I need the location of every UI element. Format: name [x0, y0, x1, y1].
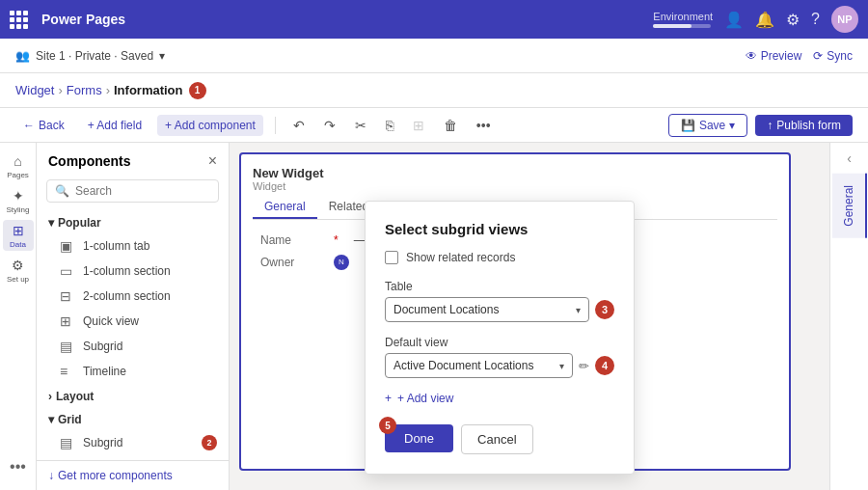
environment-info: Environment	[653, 11, 713, 28]
sync-button[interactable]: ⟳ Sync	[813, 49, 853, 63]
bell-icon[interactable]: 🔔	[755, 11, 774, 29]
default-view-badge: 4	[595, 356, 614, 375]
redo-button[interactable]: ↷	[318, 114, 341, 137]
canvas-area: New Widget Widget General Related ▾ Name…	[230, 143, 829, 490]
more-button[interactable]: •••	[471, 114, 497, 137]
tab-general[interactable]: General	[253, 196, 317, 219]
breadcrumb-sep2: ›	[106, 83, 110, 97]
table-select-row: Document Locations ▾ 3	[385, 297, 614, 322]
more-nav-button[interactable]: •••	[3, 451, 34, 482]
group-popular[interactable]: ▾ Popular	[41, 210, 225, 233]
app-title: Power Pages	[41, 12, 125, 27]
person-icon[interactable]: 👤	[724, 11, 744, 29]
panel-close-button[interactable]: ×	[208, 152, 217, 170]
default-view-label: Default view	[385, 336, 614, 349]
cut-button[interactable]: ✂	[349, 114, 372, 137]
env-label: Environment	[653, 11, 713, 22]
comp-item-1col-section[interactable]: ▭ 1-column section	[41, 259, 225, 284]
right-tab-general[interactable]: General	[832, 174, 867, 238]
save-icon: 💾	[681, 119, 695, 132]
get-more-components[interactable]: ↓ Get more components	[37, 460, 229, 490]
site-actions: 👁 Preview ⟳ Sync	[746, 49, 853, 63]
add-field-button[interactable]: + Add field	[80, 115, 149, 136]
main-layout: ⌂ Pages ✦ Styling ⊞ Data ⚙ Set up ••• Co…	[0, 143, 868, 490]
search-icon: 🔍	[55, 184, 69, 198]
edit-icon[interactable]: ✏	[579, 359, 589, 373]
site-label: Site 1 · Private · Saved	[36, 49, 153, 63]
subgrid-badge: 2	[202, 435, 217, 450]
env-progress-bar	[653, 24, 711, 28]
field-owner-label: Owner	[260, 256, 318, 269]
site-chevron-icon[interactable]: ▾	[159, 49, 165, 63]
default-view-select[interactable]: Active Document Locations ▾	[385, 353, 573, 378]
comp-item-quick-view[interactable]: ⊞ Quick view	[41, 309, 225, 334]
avatar[interactable]: NP	[831, 6, 858, 33]
comp-item-subgrid[interactable]: ▤ Subgrid	[41, 334, 225, 359]
right-sidebar-chevron[interactable]: ‹	[839, 143, 859, 174]
table-select[interactable]: Document Locations ▾	[385, 297, 589, 322]
cancel-button[interactable]: Cancel	[461, 424, 532, 454]
sync-label: Sync	[827, 49, 853, 63]
comp-item-grid-subgrid[interactable]: ▤ Subgrid 2	[41, 430, 225, 455]
subgrid-label: Subgrid	[83, 340, 122, 353]
popular-label: Popular	[58, 216, 101, 230]
breadcrumb-current: Information	[114, 83, 183, 97]
add-view-row[interactable]: + + Add view	[385, 392, 614, 405]
toolbar: ← Back + Add field + Add component ↶ ↷ ✂…	[0, 108, 868, 143]
help-icon[interactable]: ?	[811, 11, 820, 28]
search-box[interactable]: 🔍	[46, 179, 219, 203]
grid-icon	[10, 11, 28, 29]
sidebar-item-pages[interactable]: ⌂ Pages	[3, 150, 34, 181]
default-view-row: Active Document Locations ▾ ✏ 4	[385, 353, 614, 378]
undo-button[interactable]: ↶	[287, 114, 311, 137]
add-component-button[interactable]: + Add component	[157, 115, 263, 136]
components-list: ▾ Popular ▣ 1-column tab ▭ 1-column sect…	[37, 210, 229, 460]
back-icon: ←	[23, 119, 35, 132]
table-select-chevron: ▾	[576, 305, 581, 315]
paste-button[interactable]: ⊞	[407, 114, 430, 137]
1col-section-icon: ▭	[60, 263, 75, 279]
publish-label: Publish form	[776, 119, 841, 132]
settings-icon[interactable]: ⚙	[786, 11, 800, 29]
quick-view-icon: ⊞	[60, 313, 75, 329]
select-subgrid-dialog: Select subgrid views Show related record…	[365, 201, 635, 475]
breadcrumb-badge: 1	[189, 82, 206, 99]
breadcrumb-widget[interactable]: Widget	[15, 83, 54, 97]
show-related-checkbox[interactable]	[385, 251, 398, 264]
group-grid[interactable]: ▾ Grid	[41, 407, 225, 430]
group-layout[interactable]: › Layout	[41, 384, 225, 407]
search-input[interactable]	[75, 184, 210, 198]
table-badge: 3	[595, 300, 614, 319]
field-required-asterisk: *	[334, 233, 339, 247]
owner-avatar: N	[334, 255, 349, 270]
preview-button[interactable]: 👁 Preview	[746, 49, 802, 63]
breadcrumb-sep1: ›	[58, 83, 62, 97]
add-field-label: + Add field	[88, 119, 142, 132]
sidebar-item-styling[interactable]: ✦ Styling	[3, 185, 34, 216]
sidebar-item-setup[interactable]: ⚙ Set up	[3, 255, 34, 286]
save-dropdown-icon: ▾	[729, 119, 735, 132]
delete-button[interactable]: 🗑	[438, 114, 463, 137]
left-sidebar: ⌂ Pages ✦ Styling ⊞ Data ⚙ Set up •••	[0, 143, 37, 490]
site-info: 👥 Site 1 · Private · Saved ▾	[15, 49, 165, 63]
save-button[interactable]: 💾 Save ▾	[668, 114, 747, 137]
sidebar-item-data[interactable]: ⊞ Data	[3, 220, 34, 251]
pages-icon: ⌂	[14, 153, 21, 169]
copy-button[interactable]: ⎘	[380, 114, 399, 137]
more-nav-icon: •••	[10, 458, 26, 476]
1col-tab-label: 1-column tab	[83, 239, 149, 253]
second-bar: 👥 Site 1 · Private · Saved ▾ 👁 Preview ⟳…	[0, 39, 868, 73]
publish-button[interactable]: ↑ Publish form	[755, 115, 853, 136]
done-button-wrapper: Done 5	[385, 424, 453, 454]
form-widget-title: New Widget	[253, 166, 777, 180]
comp-item-1col-tab[interactable]: ▣ 1-column tab	[41, 233, 225, 259]
add-view-label: + Add view	[397, 392, 453, 405]
back-button[interactable]: ← Back	[15, 115, 72, 136]
done-badge: 5	[379, 417, 396, 434]
comp-item-2col-section[interactable]: ⊟ 2-column section	[41, 284, 225, 309]
grid-label: Grid	[58, 413, 82, 426]
comp-item-timeline[interactable]: ≡ Timeline	[41, 359, 225, 384]
app-logo: Power Pages	[10, 11, 653, 29]
save-label: Save	[699, 119, 725, 132]
breadcrumb-forms[interactable]: Forms	[67, 83, 102, 97]
